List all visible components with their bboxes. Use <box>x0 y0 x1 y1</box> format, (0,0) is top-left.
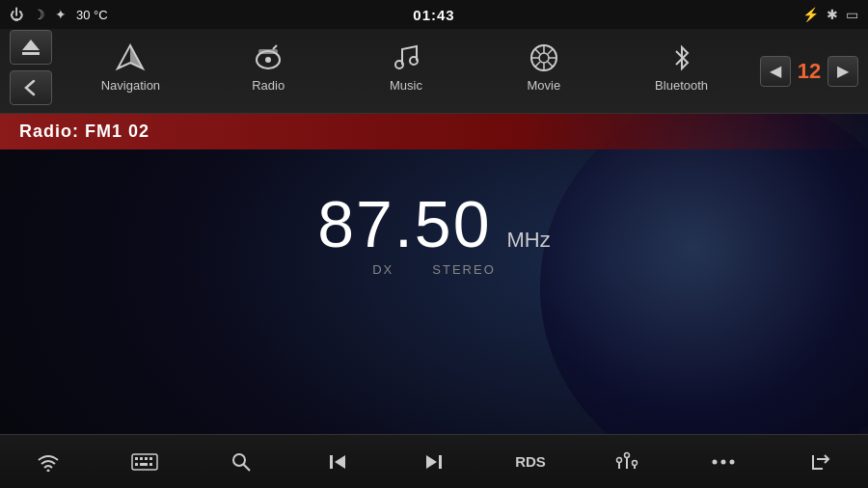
power-icon: ⏻ <box>10 7 23 22</box>
eject-button[interactable] <box>10 30 52 65</box>
svg-rect-28 <box>149 463 152 466</box>
keyboard-button[interactable] <box>116 442 174 482</box>
bluetooth-status-icon: ✱ <box>827 7 838 22</box>
status-right: ⚡ ✱ ▭ <box>802 7 858 22</box>
nav-label-bluetooth: Bluetooth <box>655 78 708 93</box>
svg-rect-22 <box>135 457 138 460</box>
svg-rect-1 <box>22 52 40 55</box>
dx-label: DX <box>372 262 393 277</box>
svg-point-43 <box>730 459 735 464</box>
svg-rect-33 <box>439 455 442 469</box>
svg-point-20 <box>47 469 50 472</box>
svg-point-41 <box>713 459 718 464</box>
main-content: Radio: FM1 02 87.50 MHz DX STEREO 87.50 … <box>0 114 868 488</box>
svg-line-16 <box>535 49 540 54</box>
usb-icon: ⚡ <box>802 7 819 22</box>
svg-rect-31 <box>330 455 333 469</box>
temperature: 30 °C <box>76 8 108 22</box>
frequency-unit: MHz <box>506 228 550 253</box>
status-left: ⏻ ☽ ✦ 30 °C <box>10 7 108 22</box>
back-button[interactable] <box>10 70 52 105</box>
channel-next-button[interactable]: ▶ <box>827 56 858 87</box>
svg-line-7 <box>273 45 277 49</box>
moon-icon: ☽ <box>33 7 45 22</box>
svg-point-40 <box>633 460 637 465</box>
battery-icon: ▭ <box>846 7 858 22</box>
svg-point-36 <box>617 457 622 462</box>
svg-line-30 <box>243 464 250 471</box>
nav-item-movie[interactable]: Movie <box>501 38 587 96</box>
eq-button[interactable] <box>598 442 656 482</box>
svg-point-42 <box>721 459 726 464</box>
frequency-value: 87.50 <box>317 191 491 257</box>
freq-labels: DX STEREO <box>372 262 496 277</box>
nav-item-radio[interactable]: Radio <box>225 38 312 96</box>
wifi-button[interactable] <box>19 442 77 482</box>
svg-rect-24 <box>145 457 148 460</box>
svg-line-18 <box>548 49 553 54</box>
svg-point-5 <box>265 57 271 63</box>
svg-rect-21 <box>132 454 157 470</box>
svg-rect-25 <box>149 457 152 460</box>
status-bar: ⏻ ☽ ✦ 30 °C 01:43 ⚡ ✱ ▭ <box>0 0 868 29</box>
rds-button[interactable]: RDS <box>502 442 559 482</box>
nav-item-navigation[interactable]: Navigation <box>87 38 174 96</box>
frequency-display: 87.50 MHz DX STEREO <box>0 191 868 277</box>
nav-item-bluetooth[interactable]: Bluetooth <box>638 38 725 96</box>
nav-label-movie: Movie <box>527 78 560 93</box>
rds-label: RDS <box>515 453 546 470</box>
more-button[interactable] <box>694 442 752 482</box>
svg-line-19 <box>535 62 540 67</box>
svg-rect-23 <box>140 457 143 460</box>
planet-decoration <box>540 114 868 480</box>
svg-point-11 <box>539 53 549 63</box>
radio-header: Radio: FM1 02 <box>0 114 868 149</box>
nav-right-controls: ◀ 12 ▶ <box>750 27 868 87</box>
search-button[interactable] <box>212 442 270 482</box>
svg-marker-32 <box>335 455 345 469</box>
nav-label-navigation: Navigation <box>101 78 160 93</box>
channel-number: 12 <box>795 59 824 84</box>
svg-point-38 <box>625 452 630 457</box>
svg-marker-0 <box>22 40 40 50</box>
svg-rect-27 <box>140 463 148 466</box>
svg-line-17 <box>548 62 553 67</box>
nav-label-radio: Radio <box>252 78 285 93</box>
svg-rect-6 <box>258 49 278 54</box>
svg-rect-26 <box>135 463 138 466</box>
next-button[interactable] <box>405 442 463 482</box>
prev-button[interactable] <box>309 442 366 482</box>
nav-item-music[interactable]: Music <box>363 38 449 96</box>
svg-marker-34 <box>426 455 437 469</box>
bottom-toolbar: RDS <box>0 434 868 488</box>
clock: 01:43 <box>413 7 454 23</box>
stereo-label: STEREO <box>432 262 495 277</box>
exit-button[interactable] <box>791 442 849 482</box>
channel-prev-button[interactable]: ◀ <box>760 56 791 87</box>
brightness-icon: ✦ <box>55 7 67 22</box>
nav-label-music: Music <box>390 78 422 93</box>
